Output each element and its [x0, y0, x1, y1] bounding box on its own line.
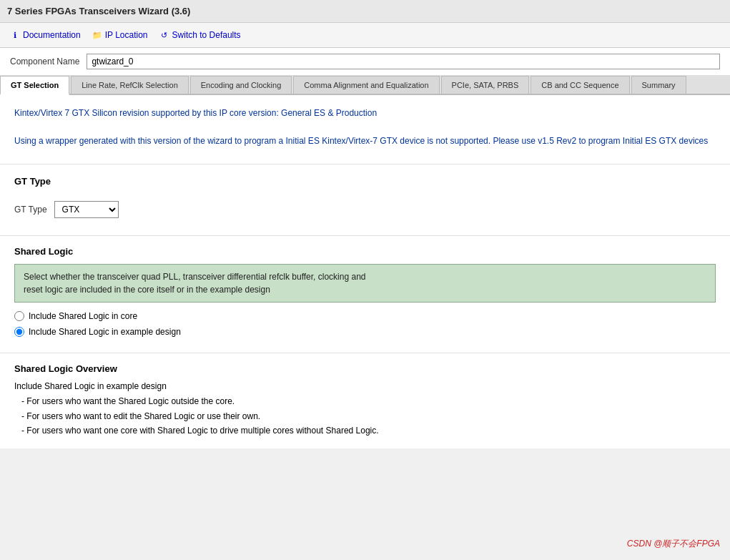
radio-include-example[interactable]: Include Shared Logic in example design [14, 327, 716, 337]
component-name-row: Component Name [0, 48, 730, 76]
switch-defaults-link[interactable]: ↺ Switch to Defaults [159, 30, 241, 40]
gt-type-title: GT Type [14, 176, 716, 187]
info-box-line2: reset logic are included in the core its… [24, 285, 270, 295]
radio-include-core[interactable]: Include Shared Logic in core [14, 311, 716, 321]
location-label: IP Location [105, 30, 148, 40]
component-name-input[interactable] [87, 54, 720, 69]
tab-comma-alignment[interactable]: Comma Alignment and Equalization [293, 76, 439, 94]
documentation-link[interactable]: ℹ Documentation [10, 30, 81, 40]
gt-type-row: GT Type GTX GTH GTP [14, 195, 716, 224]
documentation-label: Documentation [23, 30, 81, 40]
radio-example-input[interactable] [14, 327, 24, 337]
shared-logic-overview-section: Shared Logic Overview Include Shared Log… [0, 353, 730, 448]
tab-pcie-sata[interactable]: PCIe, SATA, PRBS [441, 76, 530, 94]
folder-icon: 📁 [92, 30, 102, 40]
switch-defaults-label: Switch to Defaults [172, 30, 241, 40]
gt-type-label: GT Type [14, 205, 47, 215]
info-box-line1: Select whether the transceiver quad PLL,… [24, 272, 366, 282]
toolbar: ℹ Documentation 📁 IP Location ↺ Switch t… [0, 23, 730, 48]
ip-location-link[interactable]: 📁 IP Location [92, 30, 148, 40]
app-title: 7 Series FPGAs Transceivers Wizard (3.6) [7, 6, 190, 16]
overview-bullet-2: - For users who want to edit the Shared … [21, 409, 716, 423]
info-text-1: Kintex/Virtex 7 GTX Silicon revision sup… [14, 107, 716, 120]
overview-title: Shared Logic Overview [14, 363, 716, 374]
component-name-label: Component Name [10, 57, 79, 67]
info-text-2: Using a wrapper generated with this vers… [14, 134, 716, 148]
tab-gt-selection[interactable]: GT Selection [0, 76, 69, 95]
main-content: Kintex/Virtex 7 GTX Silicon revision sup… [0, 95, 730, 448]
radio-core-input[interactable] [14, 311, 24, 321]
info-icon: ℹ [10, 30, 20, 40]
shared-logic-info-box: Select whether the transceiver quad PLL,… [14, 264, 716, 303]
tab-encoding[interactable]: Encoding and Clocking [190, 76, 292, 94]
overview-bullets: - For users who want the Shared Logic ou… [14, 394, 716, 438]
tab-summary[interactable]: Summary [631, 76, 686, 94]
refresh-icon: ↺ [159, 30, 169, 40]
shared-logic-section: Shared Logic Select whether the transcei… [0, 236, 730, 353]
title-bar: 7 Series FPGAs Transceivers Wizard (3.6) [0, 0, 730, 23]
tab-line-rate[interactable]: Line Rate, RefClk Selection [71, 76, 189, 94]
watermark: CSDN @顺子不会FPGA [627, 538, 720, 550]
shared-logic-title: Shared Logic [14, 246, 716, 257]
info-section: Kintex/Virtex 7 GTX Silicon revision sup… [0, 95, 730, 164]
gt-type-select[interactable]: GTX GTH GTP [54, 201, 119, 218]
overview-main-line: Include Shared Logic in example design [14, 381, 716, 391]
radio-core-label: Include Shared Logic in core [29, 311, 137, 321]
tab-cb-cc[interactable]: CB and CC Sequence [531, 76, 629, 94]
tabs-bar: GT Selection Line Rate, RefClk Selection… [0, 76, 730, 95]
overview-bullet-1: - For users who want the Shared Logic ou… [21, 394, 716, 408]
radio-example-label: Include Shared Logic in example design [29, 327, 181, 337]
overview-bullet-3: - For users who want one core with Share… [21, 423, 716, 438]
gt-type-section: GT Type GT Type GTX GTH GTP [0, 164, 730, 236]
